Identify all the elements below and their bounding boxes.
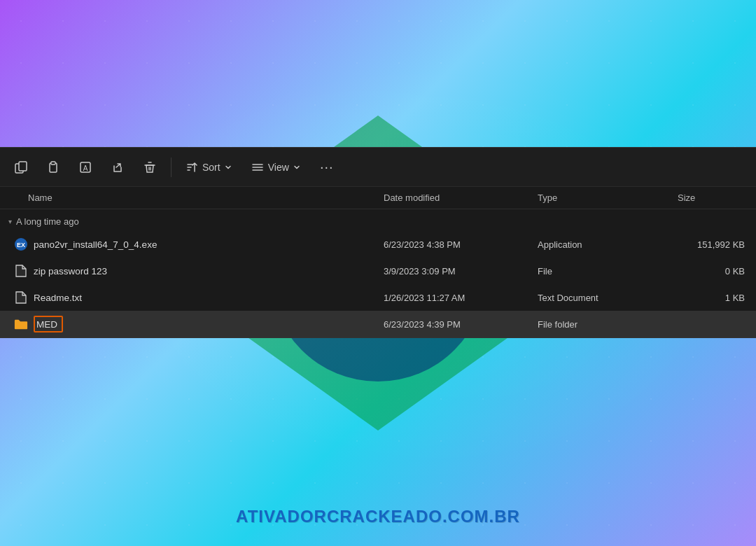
col-date[interactable]: Date modified (378, 191, 532, 204)
file-date: 3/9/2023 3:09 PM (378, 266, 532, 276)
group-label-text: A long time ago (16, 216, 79, 227)
share-button[interactable] (102, 152, 133, 183)
paste-button[interactable] (38, 152, 69, 183)
svg-rect-3 (51, 162, 55, 164)
file-name-cell: MED (8, 316, 378, 332)
svg-text:A: A (83, 164, 88, 172)
file-name: Readme.txt (34, 293, 82, 303)
group-label: ▾ A long time ago (0, 209, 756, 231)
view-label: View (268, 162, 289, 173)
sort-chevron-icon (225, 164, 232, 171)
file-date: 6/23/2023 4:38 PM (378, 239, 532, 250)
column-headers: Name Date modified Type Size (0, 187, 756, 209)
toolbar: A (0, 148, 756, 187)
svg-rect-1 (19, 162, 27, 171)
svg-text:EX: EX (17, 241, 25, 248)
file-name-cell: EX pano2vr_install64_7_0_4.exe (8, 237, 378, 251)
file-date: 6/23/2023 4:39 PM (378, 319, 532, 330)
delete-button[interactable] (134, 152, 165, 183)
toolbar-separator (171, 158, 172, 177)
group-chevron-icon: ▾ (8, 218, 12, 225)
col-name[interactable]: Name (8, 191, 378, 204)
file-type: Application (532, 239, 672, 250)
file-name-cell: zip password 123 (8, 264, 378, 278)
file-size: 1 KB (672, 293, 756, 303)
exe-icon: EX (14, 237, 28, 251)
explorer-window: A (0, 147, 756, 338)
file-size: 0 KB (672, 266, 756, 276)
file-name-cell: Readme.txt (8, 290, 378, 304)
view-button[interactable]: View (243, 155, 309, 180)
view-chevron-icon (293, 164, 300, 171)
file-name: pano2vr_install64_7_0_4.exe (34, 239, 157, 250)
toolbar-actions: A (6, 152, 165, 183)
table-row[interactable]: MED 6/23/2023 4:39 PM File folder (0, 311, 756, 337)
folder-icon (14, 318, 28, 330)
file-icon-container (14, 290, 28, 304)
file-type: File folder (532, 319, 672, 330)
view-icon (251, 161, 264, 174)
table-row[interactable]: Readme.txt 1/26/2023 11:27 AM Text Docum… (0, 284, 756, 311)
file-date: 1/26/2023 11:27 AM (378, 293, 532, 303)
sort-icon (186, 161, 198, 174)
table-row[interactable]: EX pano2vr_install64_7_0_4.exe 6/23/2023… (0, 231, 756, 258)
file-icon-container (14, 264, 28, 278)
file-icon-container (14, 317, 28, 331)
file-rows-container: EX pano2vr_install64_7_0_4.exe 6/23/2023… (0, 231, 756, 337)
file-name: MED (36, 319, 57, 330)
sort-label: Sort (202, 162, 220, 173)
file-name: zip password 123 (34, 266, 107, 276)
col-size[interactable]: Size (672, 191, 756, 204)
file-type: Text Document (532, 293, 672, 303)
col-type[interactable]: Type (532, 191, 672, 204)
file-icon-container: EX (14, 237, 28, 251)
file-icon (15, 290, 27, 304)
sort-button[interactable]: Sort (177, 155, 240, 180)
more-label: ··· (320, 159, 334, 175)
file-list: ▾ A long time ago EX pano2vr_install64_7… (0, 209, 756, 337)
watermark: ATIVADORCRACKEADO.COM.BR (0, 507, 756, 526)
file-icon (15, 264, 27, 278)
table-row[interactable]: zip password 123 3/9/2023 3:09 PM File 0… (0, 258, 756, 284)
more-button[interactable]: ··· (314, 155, 340, 180)
copy-button[interactable] (6, 152, 36, 183)
watermark-text: ATIVADORCRACKEADO.COM.BR (236, 507, 520, 526)
file-size: 151,992 KB (672, 239, 756, 250)
selected-file-badge: MED (34, 316, 63, 332)
file-type: File (532, 266, 672, 276)
rename-button[interactable]: A (70, 152, 101, 183)
